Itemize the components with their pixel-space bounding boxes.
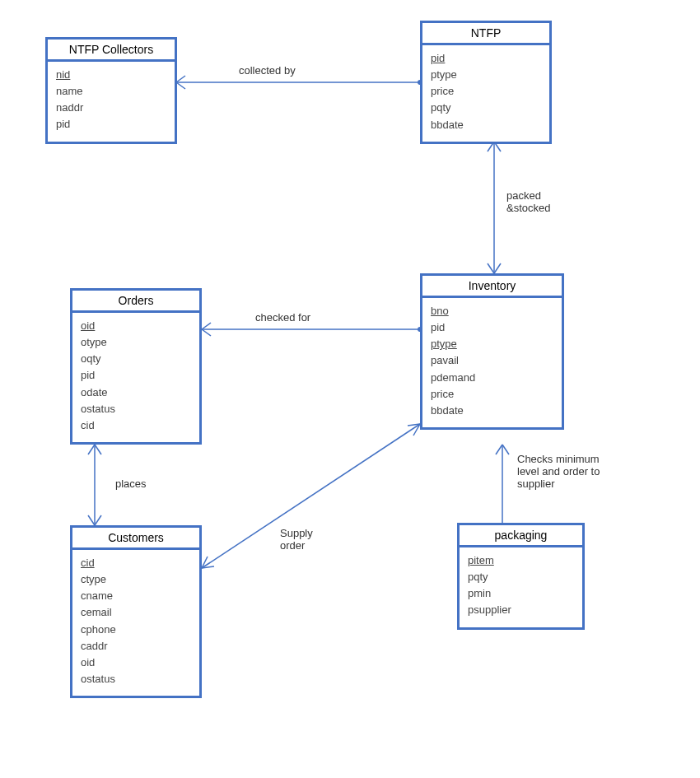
entity-title: Orders xyxy=(72,291,199,313)
attr-bbdate: bbdate xyxy=(431,117,541,133)
attr-cphone: cphone xyxy=(81,622,191,638)
svg-line-2 xyxy=(176,82,185,89)
er-diagram: NTFP Collectors nid name naddr pid NTFP … xyxy=(0,0,700,778)
svg-line-16 xyxy=(88,515,95,525)
attr-nid: nid xyxy=(56,67,166,83)
attr-cemail: cemail xyxy=(81,604,191,621)
entity-title: Customers xyxy=(72,528,199,550)
rel-checked-for: checked for xyxy=(255,311,310,324)
svg-line-15 xyxy=(95,445,101,454)
attr-oqty: oqty xyxy=(81,351,191,367)
rel-supply-order: Supply order xyxy=(280,527,313,552)
attr-pqty: pqty xyxy=(431,100,541,116)
svg-line-7 xyxy=(488,263,494,273)
svg-line-10 xyxy=(202,323,211,329)
svg-line-14 xyxy=(88,445,95,454)
rel-checks-min: Checks minimum level and order to suppli… xyxy=(517,453,600,490)
attr-pavail: pavail xyxy=(431,352,553,369)
svg-line-17 xyxy=(95,515,101,525)
entity-title: Inventory xyxy=(422,276,562,298)
attr-ostatus: ostatus xyxy=(81,401,191,417)
svg-line-25 xyxy=(502,445,509,454)
attr-pitem: pitem xyxy=(468,552,574,569)
entity-title: NTFP Collectors xyxy=(48,40,175,62)
svg-line-22 xyxy=(413,424,420,436)
rel-collected-by: collected by xyxy=(239,64,296,77)
attr-price: price xyxy=(431,386,553,403)
attr-pmin: pmin xyxy=(468,585,574,602)
attr-pqty: pqty xyxy=(468,569,574,585)
entity-packaging: packaging pitem pqty pmin psupplier xyxy=(457,523,585,630)
attr-cid: cid xyxy=(81,555,191,571)
attr-oid: oid xyxy=(81,318,191,334)
entity-attrs: oid otype oqty pid odate ostatus cid xyxy=(72,313,199,442)
entity-title: packaging xyxy=(460,525,582,547)
attr-pid: pid xyxy=(431,319,553,336)
entity-ntfp: NTFP pid ptype price pqty bbdate xyxy=(420,21,552,144)
attr-name: name xyxy=(56,83,166,100)
attr-naddr: naddr xyxy=(56,100,166,116)
entity-attrs: pitem pqty pmin psupplier xyxy=(460,547,582,627)
attr-pid: pid xyxy=(56,116,166,133)
entity-title: NTFP xyxy=(422,23,549,45)
svg-line-20 xyxy=(202,557,208,568)
entity-attrs: bno pid ptype pavail pdemand price bbdat… xyxy=(422,298,562,427)
entity-customers: Customers cid ctype cname cemail cphone … xyxy=(70,525,202,698)
attr-otype: otype xyxy=(81,334,191,351)
attr-price: price xyxy=(431,83,541,100)
svg-line-21 xyxy=(408,424,420,426)
entity-inventory: Inventory bno pid ptype pavail pdemand p… xyxy=(420,273,564,430)
attr-psupplier: psupplier xyxy=(468,602,574,618)
attr-ptype: ptype xyxy=(431,67,541,83)
attr-ptype: ptype xyxy=(431,336,553,352)
attr-pid: pid xyxy=(431,50,541,67)
entity-orders: Orders oid otype oqty pid odate ostatus … xyxy=(70,288,202,445)
attr-bno: bno xyxy=(431,303,553,319)
entity-ntfp-collectors: NTFP Collectors nid name naddr pid xyxy=(45,37,177,144)
svg-line-8 xyxy=(494,263,501,273)
attr-pdemand: pdemand xyxy=(431,370,553,386)
entity-attrs: cid ctype cname cemail cphone caddr oid … xyxy=(72,550,199,696)
rel-places: places xyxy=(115,478,147,490)
attr-ctype: ctype xyxy=(81,571,191,588)
attr-pid: pid xyxy=(81,367,191,384)
attr-caddr: caddr xyxy=(81,638,191,655)
svg-line-19 xyxy=(202,566,214,568)
svg-line-24 xyxy=(496,445,502,454)
attr-cname: cname xyxy=(81,588,191,604)
attr-oid: oid xyxy=(81,655,191,671)
entity-attrs: nid name naddr pid xyxy=(48,62,175,142)
attr-bbdate: bbdate xyxy=(431,403,553,419)
entity-attrs: pid ptype price pqty bbdate xyxy=(422,45,549,142)
svg-line-11 xyxy=(202,329,211,336)
rel-packed-stocked: packed &stocked xyxy=(506,189,550,214)
attr-odate: odate xyxy=(81,384,191,401)
attr-cid: cid xyxy=(81,417,191,434)
svg-line-1 xyxy=(176,76,185,82)
attr-ostatus: ostatus xyxy=(81,671,191,687)
